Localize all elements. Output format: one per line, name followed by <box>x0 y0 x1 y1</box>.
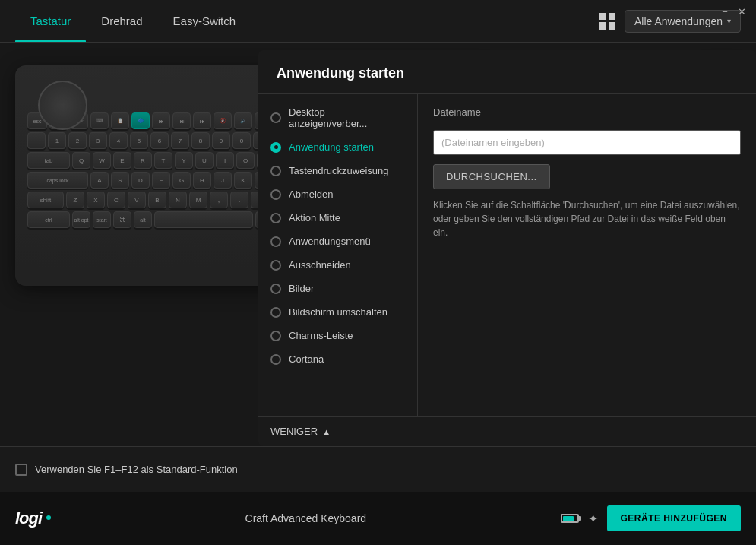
list-item-desktop[interactable]: Desktop anzeigen/verber... <box>258 100 417 135</box>
app-selector-label: Alle Anwendungen <box>634 15 723 27</box>
dialog-footer: WENIGER ▲ <box>258 416 756 446</box>
radio-charms <box>270 331 281 341</box>
f-keys-checkbox[interactable] <box>15 464 27 476</box>
list-item-bilder[interactable]: Bilder <box>258 277 417 300</box>
close-button[interactable]: ✕ <box>736 6 747 17</box>
list-item-anwendung[interactable]: Anwendung starten <box>258 135 417 159</box>
logo-area: logi <box>15 509 51 528</box>
radio-tastendruckzuweisung <box>270 166 281 176</box>
list-item-aktion-mitte[interactable]: Aktion Mitte <box>258 206 417 230</box>
top-nav: Tastatur Drehrad Easy-Switch Alle Anwend… <box>0 0 756 43</box>
radio-bilder <box>270 284 281 294</box>
grid-icon[interactable] <box>599 13 615 30</box>
nav-tabs: Tastatur Drehrad Easy-Switch <box>15 0 251 42</box>
list-item-ausschneiden[interactable]: Ausschneiden <box>258 253 417 277</box>
dialog-title: Anwendung starten <box>258 50 756 94</box>
radio-abmelden <box>270 189 281 200</box>
footer-center: Craft Advanced Keyboard <box>51 512 560 524</box>
list-item-cortana[interactable]: Cortana <box>258 347 417 371</box>
title-bar: − ✕ <box>710 0 756 23</box>
battery-icon <box>561 514 579 523</box>
tab-tastatur[interactable]: Tastatur <box>15 0 86 42</box>
list-item-abmelden[interactable]: Abmelden <box>258 182 417 206</box>
browse-button[interactable]: DURCHSUCHEN... <box>433 164 550 189</box>
dialog-body: Desktop anzeigen/verber... Anwendung sta… <box>258 94 756 416</box>
dialog-right: Dateiname DURCHSUCHEN... Klicken Sie auf… <box>418 94 756 416</box>
minimize-button[interactable]: − <box>720 6 730 17</box>
logi-logo: logi <box>15 509 42 528</box>
radio-anwendung <box>270 142 281 153</box>
f-keys-checkbox-wrap[interactable]: Verwenden Sie F1–F12 als Standard-Funkti… <box>15 464 238 476</box>
list-item-charms[interactable]: Charms-Leiste <box>258 324 417 347</box>
radio-bildschirm <box>270 307 281 318</box>
less-button[interactable]: WENIGER ▲ <box>270 426 331 437</box>
filename-input[interactable] <box>433 130 741 155</box>
radio-aktion-mitte <box>270 213 281 223</box>
device-name: Craft Advanced Keyboard <box>245 512 367 524</box>
radio-desktop <box>270 112 281 123</box>
bluetooth-icon: ✦ <box>588 512 598 526</box>
grid-cell <box>609 22 616 30</box>
radio-inner <box>274 145 278 149</box>
tab-drehrad[interactable]: Drehrad <box>86 0 157 42</box>
f-keys-label: Verwenden Sie F1–F12 als Standard-Funkti… <box>35 464 238 475</box>
grid-cell <box>599 22 606 30</box>
radio-cortana <box>270 354 281 365</box>
radio-ausschneiden <box>270 260 281 271</box>
list-item-tastendruckzuweisung[interactable]: Tastendruckzuweisung <box>258 159 417 182</box>
list-item-anwendungsmenu[interactable]: Anwendungsmenü <box>258 230 417 253</box>
chevron-up-icon: ▲ <box>322 427 331 436</box>
list-item-bildschirm[interactable]: Bildschirm umschalten <box>258 300 417 324</box>
footer: logi Craft Advanced Keyboard ✦ GERÄTE HI… <box>0 492 756 545</box>
main-content: esc ☀ ☀☀ ⌨ 📋 🔷 ⏮ ⏯ ⏭ 🔇 🔉 🔊 🔒 ~ 1 2 3 4 5… <box>0 43 756 446</box>
action-list: Desktop anzeigen/verber... Anwendung sta… <box>258 94 418 416</box>
field-label: Dateiname <box>433 106 741 118</box>
radio-anwendungsmenu <box>270 236 281 247</box>
tab-easy-switch[interactable]: Easy-Switch <box>158 0 251 42</box>
bottom-bar: Verwenden Sie F1–F12 als Standard-Funkti… <box>0 446 756 492</box>
footer-right: ✦ GERÄTE HINZUFÜGEN <box>561 505 742 531</box>
hint-text: Klicken Sie auf die Schaltfläche 'Durchs… <box>433 198 741 239</box>
grid-cell <box>609 13 616 21</box>
dialog: Anwendung starten Desktop anzeigen/verbe… <box>258 50 756 446</box>
grid-cell <box>599 13 606 21</box>
battery-fill <box>563 516 574 521</box>
add-device-button[interactable]: GERÄTE HINZUFÜGEN <box>607 505 742 531</box>
